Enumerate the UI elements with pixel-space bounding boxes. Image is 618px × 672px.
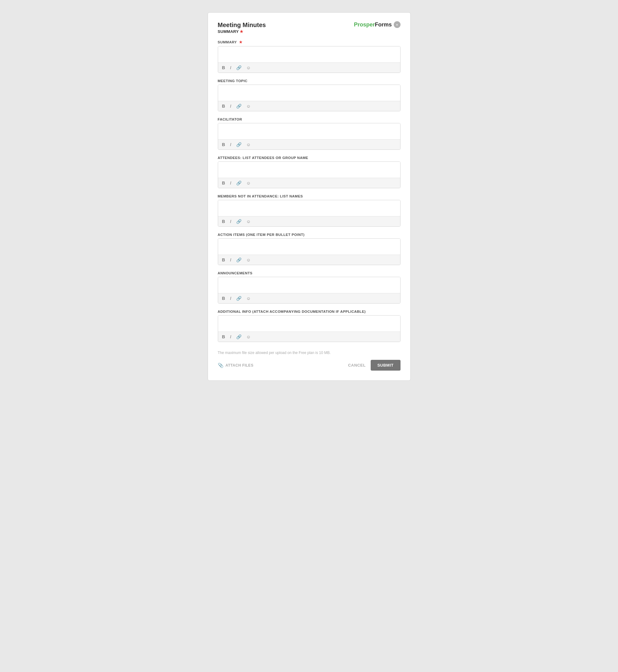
link-button-attendees[interactable]: 🔗 [235,180,242,186]
editor-additional-info: B I 🔗 ☺ [218,315,401,342]
form-footer: The maximum file size allowed per upload… [218,351,401,370]
editor-meeting-topic: B I 🔗 ☺ [218,85,401,111]
emoji-button-attendees[interactable]: ☺ [245,180,251,186]
submit-button[interactable]: SUBMIT [371,360,401,370]
emoji-button-facilitator[interactable]: ☺ [245,142,251,147]
link-button-announcements[interactable]: 🔗 [235,296,242,301]
bold-button-additional-info[interactable]: B [221,334,226,340]
italic-button-members-not-in-attendance[interactable]: I [229,218,232,225]
label-additional-info: ADDITIONAL INFO (ATTACH ACCOMPANYING DOC… [218,310,401,313]
editor-members-not-in-attendance: B I 🔗 ☺ [218,200,401,227]
editor-action-items: B I 🔗 ☺ [218,238,401,265]
label-announcements: ANNOUNCEMENTS [218,271,401,275]
cancel-button[interactable]: CANCEL [348,363,366,367]
label-facilitator: FACILITATOR [218,117,401,121]
required-star: ★ [240,29,243,34]
form-container: Meeting Minutes SUMMARY★ ProsperForms × … [208,12,411,381]
bold-button-meeting-topic[interactable]: B [221,103,226,109]
input-facilitator[interactable] [218,123,400,138]
emoji-button-members-not-in-attendance[interactable]: ☺ [245,219,251,224]
input-summary[interactable] [218,46,400,61]
field-members-not-in-attendance: MEMBERS NOT IN ATTENDANCE: LIST NAMES B … [218,194,401,227]
field-meeting-topic: MEETING TOPIC B I 🔗 ☺ [218,79,401,111]
label-meeting-topic: MEETING TOPIC [218,79,401,83]
toolbar-announcements: B I 🔗 ☺ [218,293,400,303]
bold-button-action-items[interactable]: B [221,257,226,263]
required-indicator: ★ [238,40,242,44]
toolbar-additional-info: B I 🔗 ☺ [218,332,400,342]
input-attendees[interactable] [218,162,400,177]
file-size-note: The maximum file size allowed per upload… [218,351,401,355]
italic-button-announcements[interactable]: I [229,295,232,302]
input-action-items[interactable] [218,239,400,253]
paperclip-icon: 📎 [218,363,224,368]
attach-files-button[interactable]: 📎 ATTACH FILES [218,363,253,368]
emoji-button-summary[interactable]: ☺ [245,65,251,71]
toolbar-attendees: B I 🔗 ☺ [218,178,400,188]
form-title-block: Meeting Minutes SUMMARY★ [218,21,266,34]
editor-announcements: B I 🔗 ☺ [218,277,401,304]
field-announcements: ANNOUNCEMENTS B I 🔗 ☺ [218,271,401,304]
toolbar-summary: B I 🔗 ☺ [218,63,400,73]
field-attendees: ATTENDEES: LIST ATTENDEES OR GROUP NAME … [218,156,401,188]
logo-area: ProsperForms × [354,21,400,28]
field-action-items: ACTION ITEMS (ONE ITEM PER BULLET POINT)… [218,233,401,265]
link-button-summary[interactable]: 🔗 [235,65,242,71]
emoji-button-additional-info[interactable]: ☺ [245,334,251,340]
editor-attendees: B I 🔗 ☺ [218,161,401,188]
label-action-items: ACTION ITEMS (ONE ITEM PER BULLET POINT) [218,233,401,236]
link-button-action-items[interactable]: 🔗 [235,257,242,263]
label-summary: SUMMARY ★ [218,40,401,44]
logo-prosper: Prosper [354,21,375,28]
form-subtitle: SUMMARY★ [218,29,266,34]
form-title: Meeting Minutes [218,21,266,29]
label-members-not-in-attendance: MEMBERS NOT IN ATTENDANCE: LIST NAMES [218,194,401,198]
input-members-not-in-attendance[interactable] [218,200,400,215]
input-meeting-topic[interactable] [218,85,400,100]
footer-actions: 📎 ATTACH FILES CANCEL SUBMIT [218,360,401,370]
label-attendees: ATTENDEES: LIST ATTENDEES OR GROUP NAME [218,156,401,159]
italic-button-additional-info[interactable]: I [229,334,232,340]
editor-facilitator: B I 🔗 ☺ [218,123,401,150]
italic-button-summary[interactable]: I [229,65,232,71]
toolbar-meeting-topic: B I 🔗 ☺ [218,101,400,111]
bold-button-members-not-in-attendance[interactable]: B [221,218,226,225]
logo-forms: Forms [375,21,392,28]
field-facilitator: FACILITATOR B I 🔗 ☺ [218,117,401,150]
bold-button-summary[interactable]: B [221,65,226,71]
close-button[interactable]: × [394,21,401,28]
emoji-button-announcements[interactable]: ☺ [245,296,251,301]
input-announcements[interactable] [218,277,400,292]
emoji-button-meeting-topic[interactable]: ☺ [245,103,251,109]
link-button-facilitator[interactable]: 🔗 [235,142,242,147]
italic-button-meeting-topic[interactable]: I [229,103,232,109]
toolbar-members-not-in-attendance: B I 🔗 ☺ [218,216,400,226]
bold-button-attendees[interactable]: B [221,180,226,186]
field-additional-info: ADDITIONAL INFO (ATTACH ACCOMPANYING DOC… [218,310,401,342]
italic-button-facilitator[interactable]: I [229,141,232,148]
link-button-additional-info[interactable]: 🔗 [235,334,242,340]
bold-button-facilitator[interactable]: B [221,141,226,148]
field-summary: SUMMARY ★ B I 🔗 ☺ [218,40,401,73]
logo: ProsperForms [354,21,392,28]
italic-button-attendees[interactable]: I [229,180,232,186]
form-header: Meeting Minutes SUMMARY★ ProsperForms × [218,21,401,34]
attach-label: ATTACH FILES [225,363,253,367]
toolbar-action-items: B I 🔗 ☺ [218,255,400,265]
emoji-button-action-items[interactable]: ☺ [245,257,251,263]
action-buttons: CANCEL SUBMIT [348,360,400,370]
bold-button-announcements[interactable]: B [221,295,226,302]
italic-button-action-items[interactable]: I [229,257,232,263]
link-button-meeting-topic[interactable]: 🔗 [235,103,242,109]
toolbar-facilitator: B I 🔗 ☺ [218,139,400,149]
editor-summary: B I 🔗 ☺ [218,46,401,73]
input-additional-info[interactable] [218,316,400,330]
link-button-members-not-in-attendance[interactable]: 🔗 [235,219,242,224]
